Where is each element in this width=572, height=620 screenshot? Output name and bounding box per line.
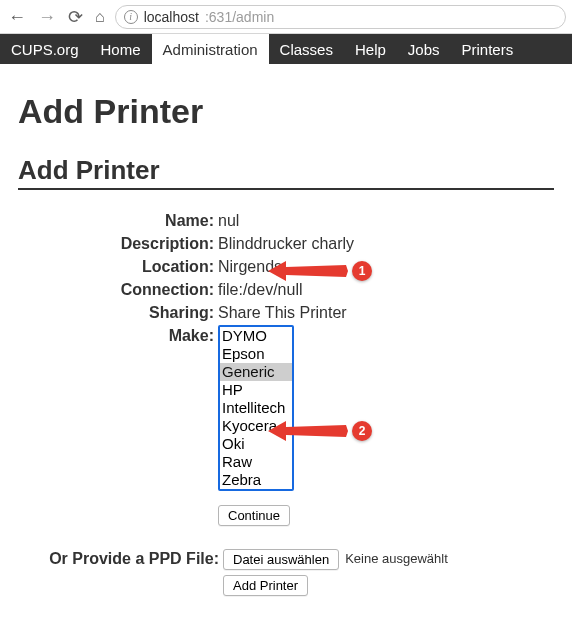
url-host: localhost <box>144 9 199 25</box>
row-ppd: Or Provide a PPD File: Datei auswählen K… <box>18 548 554 570</box>
continue-button[interactable]: Continue <box>218 505 290 526</box>
forward-button[interactable]: → <box>36 8 58 26</box>
nav-jobs[interactable]: Jobs <box>397 34 451 64</box>
nav-administration[interactable]: Administration <box>152 34 269 64</box>
label-connection: Connection: <box>18 279 218 301</box>
callout-badge-2: 2 <box>352 421 372 441</box>
choose-file-button[interactable]: Datei auswählen <box>223 549 339 570</box>
row-name: Name: nul <box>18 210 554 232</box>
row-sharing: Sharing: Share This Printer <box>18 302 554 324</box>
cups-navbar: CUPS.org Home Administration Classes Hel… <box>0 34 572 64</box>
section-title: Add Printer <box>18 155 554 190</box>
nav-home[interactable]: Home <box>90 34 152 64</box>
value-name: nul <box>218 210 239 232</box>
label-location: Location: <box>18 256 218 278</box>
label-description: Description: <box>18 233 218 255</box>
row-description: Description: Blinddrucker charly <box>18 233 554 255</box>
make-select[interactable]: DYMOEpsonGenericHPIntellitechKyoceraOkiR… <box>218 325 294 491</box>
address-bar[interactable]: i localhost:631/admin <box>115 5 566 29</box>
nav-classes[interactable]: Classes <box>269 34 344 64</box>
callout-arrow-1 <box>268 259 348 283</box>
file-chosen-text: Keine ausgewählt <box>345 548 448 570</box>
page-content: Add Printer Add Printer Name: nul Descri… <box>0 64 572 617</box>
nav-cups-org[interactable]: CUPS.org <box>0 34 90 64</box>
reload-button[interactable]: ⟳ <box>66 8 85 26</box>
value-description: Blinddrucker charly <box>218 233 354 255</box>
label-name: Name: <box>18 210 218 232</box>
browser-toolbar: ← → ⟳ ⌂ i localhost:631/admin <box>0 0 572 34</box>
nav-help[interactable]: Help <box>344 34 397 64</box>
svg-marker-1 <box>268 421 348 441</box>
nav-printers[interactable]: Printers <box>451 34 525 64</box>
callout-badge-1: 1 <box>352 261 372 281</box>
back-button[interactable]: ← <box>6 8 28 26</box>
svg-marker-0 <box>268 261 348 281</box>
page-title: Add Printer <box>18 92 554 131</box>
label-ppd: Or Provide a PPD File: <box>18 548 223 570</box>
ppd-section: Or Provide a PPD File: Datei auswählen K… <box>18 548 554 596</box>
label-sharing: Sharing: <box>18 302 218 324</box>
add-printer-form: Name: nul Description: Blinddrucker char… <box>18 210 554 526</box>
url-path: :631/admin <box>205 9 274 25</box>
add-printer-button[interactable]: Add Printer <box>223 575 308 596</box>
site-info-icon[interactable]: i <box>124 10 138 24</box>
row-add-printer: Add Printer <box>18 574 554 596</box>
home-button[interactable]: ⌂ <box>93 9 107 25</box>
callout-arrow-2 <box>268 419 348 443</box>
value-sharing: Share This Printer <box>218 302 347 324</box>
row-make: Make: DYMOEpsonGenericHPIntellitechKyoce… <box>18 325 554 494</box>
row-continue: Continue <box>18 504 554 526</box>
label-make: Make: <box>18 325 218 347</box>
